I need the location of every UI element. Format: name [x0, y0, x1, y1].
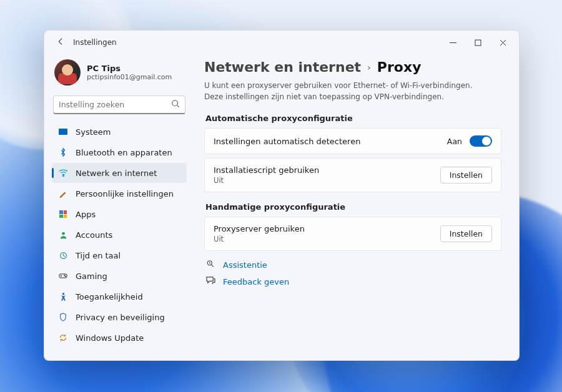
apps-icon [58, 209, 68, 219]
sidebar-item-bluetooth[interactable]: Bluetooth en apparaten [52, 142, 187, 162]
manual-proxy-button[interactable]: Instellen [440, 225, 492, 242]
sidebar-item-systeem[interactable]: Systeem [52, 122, 187, 142]
svg-point-2 [62, 175, 64, 177]
feedback-icon [205, 277, 215, 287]
avatar [54, 59, 81, 86]
svg-rect-0 [475, 40, 481, 46]
feedback-link-label: Feedback geven [223, 277, 289, 287]
sidebar-item-label: Bluetooth en apparaten [76, 148, 172, 157]
card-title: Proxyserver gebruiken [214, 224, 433, 233]
sidebar-item-label: Windows Update [76, 333, 144, 343]
profile-block[interactable]: PC Tips pctipsinfo01@gmail.com [52, 57, 187, 93]
breadcrumb-parent[interactable]: Netwerk en internet [204, 59, 361, 75]
setup-script-button[interactable]: Instellen [440, 167, 492, 184]
breadcrumb-current: Proxy [377, 59, 422, 75]
svg-point-7 [65, 276, 66, 277]
chevron-right-icon: › [367, 62, 371, 72]
sidebar-item-label: Privacy en beveiliging [76, 313, 165, 322]
sidebar-item-label: Persoonlijke instellingen [76, 189, 174, 198]
bluetooth-icon [58, 147, 68, 157]
nav-list: Systeem Bluetooth en apparaten Netwerk e… [52, 122, 187, 348]
sidebar-item-label: Accounts [76, 230, 112, 240]
sidebar-item-netwerk[interactable]: Netwerk en internet [52, 163, 187, 183]
help-link[interactable]: Assistentie [204, 260, 501, 270]
sidebar-item-tijd[interactable]: Tijd en taal [52, 245, 187, 265]
section-heading-auto: Automatische proxyconfiguratie [205, 114, 501, 123]
sidebar-item-persoonlijk[interactable]: Persoonlijke instellingen [52, 184, 187, 203]
sidebar: PC Tips pctipsinfo01@gmail.com Systeem [44, 54, 192, 360]
page-subtitle: U kunt een proxyserver gebruiken voor Et… [204, 80, 491, 102]
accounts-icon [58, 230, 68, 240]
help-link-label: Assistentie [223, 260, 267, 270]
card-manual-proxy: Proxyserver gebruiken Uit Instellen [204, 217, 501, 251]
sidebar-item-label: Netwerk en internet [76, 169, 157, 178]
titlebar: Instellingen [44, 31, 519, 54]
help-links: Assistentie Feedback geven [204, 260, 501, 287]
toggle-state-label: Aan [447, 137, 462, 146]
network-icon [58, 168, 68, 178]
card-sub: Uit [214, 176, 433, 185]
sidebar-item-gaming[interactable]: Gaming [52, 266, 187, 286]
breadcrumb: Netwerk en internet › Proxy [204, 59, 501, 75]
svg-point-8 [62, 293, 64, 295]
profile-name: PC Tips [87, 64, 172, 73]
settings-window: Instellingen PC Tips pctipsinfo01@gmail.… [44, 30, 520, 361]
system-icon [58, 127, 68, 137]
card-auto-detect: Instellingen automatisch detecteren Aan [204, 128, 501, 154]
close-button[interactable] [490, 33, 515, 52]
feedback-link[interactable]: Feedback geven [204, 277, 501, 287]
svg-point-1 [172, 100, 178, 106]
main-content: Netwerk en internet › Proxy U kunt een p… [192, 54, 519, 360]
search-input[interactable] [59, 100, 171, 109]
card-sub: Uit [214, 235, 433, 243]
profile-email: pctipsinfo01@gmail.com [87, 73, 172, 81]
sidebar-item-label: Tijd en taal [76, 251, 121, 260]
sidebar-item-accounts[interactable]: Accounts [52, 225, 187, 245]
sidebar-item-privacy[interactable]: Privacy en beveiliging [52, 307, 187, 327]
card-title: Instellingen automatisch detecteren [214, 137, 440, 146]
back-button[interactable] [53, 37, 68, 47]
sidebar-item-toegankelijkheid[interactable]: Toegankelijkheid [52, 287, 187, 306]
accessibility-icon [58, 292, 68, 301]
auto-detect-toggle[interactable] [470, 135, 492, 147]
sidebar-item-label: Systeem [76, 127, 111, 137]
gaming-icon [58, 271, 68, 281]
update-icon [58, 333, 68, 343]
svg-point-3 [62, 232, 65, 235]
sidebar-item-label: Gaming [76, 272, 107, 281]
time-icon [58, 250, 68, 260]
minimize-button[interactable] [440, 33, 465, 52]
sidebar-item-label: Apps [76, 210, 96, 219]
search-icon [171, 99, 180, 110]
sidebar-item-label: Toegankelijkheid [76, 292, 143, 301]
privacy-icon [58, 312, 68, 322]
maximize-button[interactable] [465, 33, 490, 52]
search-box[interactable] [53, 96, 185, 114]
card-setup-script: Installatiescript gebruiken Uit Instelle… [204, 158, 501, 192]
card-title: Installatiescript gebruiken [214, 165, 433, 175]
window-title: Instellingen [73, 38, 117, 47]
sidebar-item-apps[interactable]: Apps [52, 204, 187, 224]
section-heading-manual: Handmatige proxyconfiguratie [205, 202, 501, 212]
svg-point-6 [64, 275, 65, 276]
personalization-icon [58, 189, 68, 198]
help-icon [205, 260, 215, 270]
sidebar-item-update[interactable]: Windows Update [52, 328, 187, 348]
